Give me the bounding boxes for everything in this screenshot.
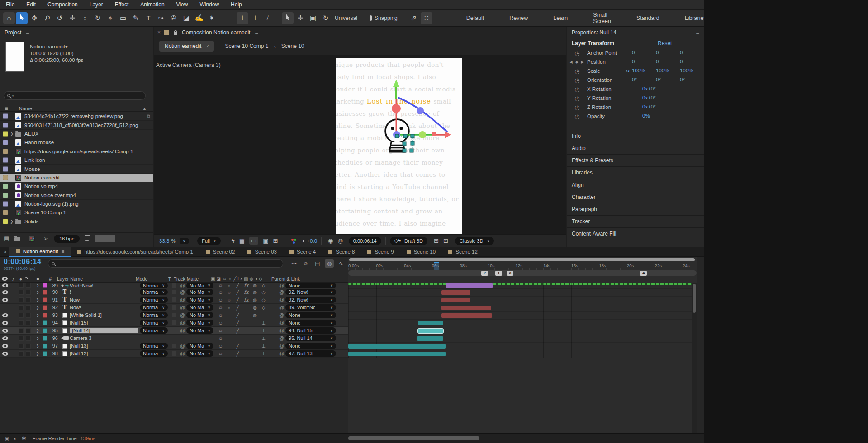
- project-item[interactable]: ❯ Scene 10 Comp 1 ⧉: [0, 208, 153, 217]
- track-matte-toggle[interactable]: [172, 283, 176, 288]
- composition-viewer[interactable]: Active Camera (Camera 3) unique products…: [154, 55, 566, 234]
- eye-toggle[interactable]: [0, 344, 9, 348]
- mode-dropdown[interactable]: Normal∨: [140, 297, 168, 303]
- interpret-footage-icon[interactable]: ▤: [4, 235, 9, 242]
- transparency-grid-icon[interactable]: ▦: [239, 237, 245, 244]
- project-bit-depth-button[interactable]: 16 bpc: [54, 235, 80, 243]
- extended-viewer-icon[interactable]: ⊡: [443, 237, 448, 244]
- fast-preview-icon[interactable]: ϟ: [232, 237, 235, 244]
- playhead[interactable]: [436, 262, 436, 358]
- layer-duration-bar[interactable]: [348, 352, 446, 356]
- layer-duration-bar[interactable]: [441, 290, 470, 295]
- matte-pickwhip-icon[interactable]: @: [180, 312, 185, 318]
- label-color-chip[interactable]: [3, 123, 8, 128]
- project-item[interactable]: ❯ 584404c24b1c7f22-removebg-preview.png …: [0, 112, 153, 121]
- lock-icon[interactable]: [174, 32, 177, 35]
- parent-pickwhip-icon[interactable]: @: [279, 343, 284, 349]
- solo-toggle[interactable]: [17, 305, 24, 310]
- panel-menu-icon[interactable]: ≡: [62, 249, 65, 254]
- property-value[interactable]: 100%: [656, 68, 680, 74]
- motion-blur-toggle-icon[interactable]: ◍: [325, 259, 334, 268]
- parent-dropdown[interactable]: 97. Null 13∨: [285, 350, 336, 357]
- dolly-camera-tool[interactable]: ↕: [79, 12, 91, 24]
- panel-menu-icon[interactable]: ≡: [26, 29, 29, 36]
- parent-dropdown[interactable]: 92. Now!∨: [285, 289, 336, 295]
- layer-row[interactable]: ❯ 91 T Now Normal∨ @ No Mat∨ ☺☼╱fx◍◇: [0, 296, 348, 304]
- mode-dropdown[interactable]: Normal∨: [140, 289, 168, 295]
- parent-dropdown[interactable]: 94. Null 15∨: [285, 327, 336, 334]
- current-time-display[interactable]: 0:00:06:14: [4, 258, 41, 266]
- property-value[interactable]: 0°: [632, 77, 656, 83]
- solo-toggle[interactable]: [17, 297, 24, 302]
- project-tab[interactable]: Project: [5, 29, 21, 36]
- project-item[interactable]: ❯ Link icon ⧉: [0, 156, 153, 165]
- eye-toggle[interactable]: [0, 321, 9, 325]
- layer-row[interactable]: ❯ 90 T ! Normal∨ @ No Mat∨ ☺☼╱fx◍◇: [0, 288, 348, 296]
- matte-pickwhip-icon[interactable]: @: [180, 343, 185, 349]
- time-ruler[interactable]: 0:00s02s04s06s08s10s12s14s16s18s20s22s24…: [348, 262, 697, 270]
- layer-switches[interactable]: ☺⊥: [215, 336, 276, 341]
- label-color-chip[interactable]: [3, 166, 8, 172]
- solo-toggle[interactable]: [17, 290, 24, 295]
- local-axis-mode[interactable]: ⊥: [237, 12, 248, 24]
- parent-dropdown[interactable]: 89. Void::Nc∨: [285, 304, 336, 311]
- layer-row[interactable]: ❯ 89 ★⇆ Void::Now! Normal∨ @ No Mat∨ ☺☼╱…: [0, 283, 348, 288]
- property-label[interactable]: Orientation: [587, 77, 625, 83]
- snapping-checkbox[interactable]: [370, 15, 372, 21]
- matte-pickwhip-icon[interactable]: @: [180, 283, 185, 288]
- parent-dropdown[interactable]: 95. Null 14∨: [285, 335, 336, 341]
- property-value[interactable]: 100%: [632, 68, 656, 74]
- exposure-icon[interactable]: ◑: [301, 237, 305, 244]
- workspace-item[interactable]: Default: [454, 15, 497, 21]
- label-color-chip[interactable]: [42, 305, 48, 310]
- project-item[interactable]: ❯ https://docs.google.com/spreadsheets/ …: [0, 147, 153, 156]
- parent-pickwhip-icon[interactable]: @: [279, 289, 284, 295]
- horizontal-scrollbar[interactable]: [348, 436, 479, 440]
- reset-link[interactable]: Reset: [658, 40, 672, 47]
- zoom-tool[interactable]: ⚲: [41, 12, 53, 24]
- timeline-tab[interactable]: Scene 9 ≡: [361, 247, 400, 257]
- collapsed-panel-tab[interactable]: Tracker: [567, 215, 704, 227]
- guides-icon[interactable]: ⊞: [273, 237, 278, 244]
- puppet-pin-tool[interactable]: ✷: [206, 12, 218, 24]
- status-icon-2[interactable]: ✱: [22, 435, 26, 442]
- lock-toggle[interactable]: [24, 351, 32, 356]
- layer-switches[interactable]: ☺╱⊥: [215, 320, 276, 325]
- label-column-icon[interactable]: ◆: [33, 274, 42, 283]
- layer-name[interactable]: [Null 12]: [70, 351, 138, 356]
- parent-pickwhip-icon[interactable]: @: [279, 335, 284, 341]
- lock-toggle[interactable]: [24, 313, 32, 318]
- rotation-tool[interactable]: ↻: [92, 12, 104, 24]
- layer-name-column[interactable]: Layer Name: [53, 276, 133, 282]
- layer-duration-bar[interactable]: [441, 306, 491, 310]
- layer-name[interactable]: !: [70, 289, 138, 295]
- status-icon-0[interactable]: ◉: [5, 435, 9, 442]
- new-folder-icon[interactable]: [14, 237, 20, 241]
- property-value[interactable]: 0: [680, 50, 704, 56]
- lock-toggle[interactable]: [24, 305, 32, 310]
- mode-column[interactable]: Mode: [133, 276, 166, 282]
- sort-caret-icon[interactable]: ▲: [142, 106, 147, 111]
- label-color-chip[interactable]: [3, 201, 8, 207]
- selection-tool[interactable]: [16, 12, 28, 24]
- type-tool[interactable]: T: [142, 12, 154, 24]
- solo-icon[interactable]: ●: [17, 276, 24, 282]
- zoom-dropdown-caret[interactable]: ∨: [180, 238, 189, 244]
- vertical-scrollbar[interactable]: [692, 283, 697, 433]
- solo-toggle[interactable]: [17, 313, 24, 318]
- twirl-icon[interactable]: ❯: [33, 306, 42, 310]
- track-matte-dropdown[interactable]: No Mat∨: [186, 304, 213, 311]
- t-column[interactable]: T: [166, 276, 174, 282]
- breadcrumb-leaf[interactable]: Scene 10: [281, 43, 304, 49]
- property-value[interactable]: 0: [656, 50, 680, 56]
- property-value[interactable]: 0x+0°: [642, 104, 666, 110]
- workspace-item[interactable]: Review: [497, 15, 541, 21]
- lock-toggle[interactable]: [24, 328, 32, 333]
- label-color-chip[interactable]: [42, 351, 48, 356]
- label-color-chip[interactable]: [3, 131, 8, 137]
- timeline-tab[interactable]: Notion earnedit ≡: [9, 247, 71, 257]
- frame-blend-toggle-icon[interactable]: ▤: [313, 259, 322, 268]
- track-matte-dropdown[interactable]: No Mat∨: [186, 343, 213, 349]
- clone-stamp-tool[interactable]: ✇: [168, 12, 180, 24]
- property-value[interactable]: 0%: [642, 113, 666, 119]
